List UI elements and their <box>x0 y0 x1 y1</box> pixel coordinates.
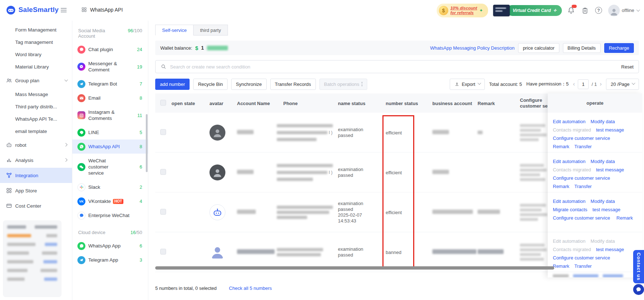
channel-whatsapp-api[interactable]: WhatsApp API 8 <box>72 139 148 154</box>
sidebar-item-robot[interactable]: robot <box>0 137 72 153</box>
recharge-button[interactable]: Recharge <box>604 43 634 53</box>
prev-page-button[interactable]: ‹ <box>573 81 575 87</box>
sidebar-item-third-party-distribution[interactable]: Third party distrib... <box>0 100 72 113</box>
channel-wechat-customer-service[interactable]: WeChat customer service 6 <box>72 154 148 180</box>
user-menu[interactable]: offline <box>608 5 639 16</box>
modify-data-link[interactable]: Modify data <box>590 199 615 204</box>
batch-operations-button[interactable]: Batch operations <box>319 79 367 90</box>
channel-instagram[interactable]: Instagram & Comments 11 <box>72 105 148 125</box>
row-checkbox[interactable] <box>160 249 166 254</box>
contact-chat-button[interactable] <box>633 284 644 295</box>
sidebar-item-app-store[interactable]: App Store <box>0 183 72 198</box>
test-message-link[interactable]: test message <box>592 207 620 212</box>
test-message-link[interactable]: test message <box>596 167 624 172</box>
help-button[interactable]: ? <box>594 6 603 15</box>
collapse-menu-icon[interactable] <box>61 8 67 12</box>
number-status: banned <box>386 249 420 255</box>
channel-enterprise-wechat[interactable]: Enterprise WeChat <box>72 208 148 222</box>
configure-customer-service-link[interactable]: Configure customer service <box>553 255 610 261</box>
logo[interactable]: SaleSmartly <box>6 5 59 15</box>
transfer-link[interactable]: Transfer <box>575 263 592 269</box>
next-page-button[interactable]: › <box>600 81 602 87</box>
modify-data-link[interactable]: Modify data <box>590 119 615 124</box>
contacts-migrated-link[interactable]: Contacts migrated <box>553 247 591 252</box>
sidebar-item-group-plan[interactable]: Group plan <box>0 73 72 88</box>
price-calculator-button[interactable]: price calculator <box>518 43 559 53</box>
test-message-link[interactable]: test message <box>596 127 624 133</box>
column-header-avatar: avatar <box>209 100 223 106</box>
edit-automation-link[interactable]: Edit automation <box>553 159 585 164</box>
sidebar-item-analysis[interactable]: Analysis <box>0 153 72 168</box>
channel-slack[interactable]: Slack 2 <box>72 180 148 194</box>
edit-automation-link[interactable]: Edit automation <box>553 238 585 244</box>
row-checkbox[interactable] <box>160 129 166 135</box>
modify-data-link[interactable]: Modify data <box>590 159 615 164</box>
channel-line[interactable]: LINE 5 <box>72 125 148 139</box>
horizontal-scrollbar[interactable] <box>155 266 554 270</box>
tab-self-service[interactable]: Self-service <box>155 25 194 36</box>
edit-automation-link[interactable]: Edit automation <box>553 119 585 124</box>
sidebar-item-integration[interactable]: Integration <box>0 168 72 183</box>
operate-cell: Edit automationModify data Contacts migr… <box>548 113 642 153</box>
remark-link[interactable]: Remark <box>553 144 569 149</box>
edit-automation-link[interactable]: Edit automation <box>553 199 585 204</box>
contact-us-tab[interactable]: Contact us <box>633 250 644 283</box>
channel-whatsapp-app[interactable]: WhatsApp App 6 <box>72 239 148 253</box>
channel-telegram-app[interactable]: Telegram App 3 <box>72 253 148 267</box>
credit-card-icon <box>493 5 510 16</box>
configure-customer-service-link[interactable]: Configure customer service <box>553 136 610 141</box>
add-number-button[interactable]: add number <box>155 79 190 90</box>
channel-telegram-bot[interactable]: Telegram Bot 7 <box>72 77 148 91</box>
select-all-checkbox[interactable] <box>160 100 166 105</box>
sidebar-item-form-management[interactable]: Form Management <box>0 24 72 36</box>
migrate-contacts-link[interactable]: Migrate contacts <box>553 207 587 212</box>
sidebar-item-email-template[interactable]: email template <box>0 125 72 137</box>
logo-robot-icon <box>6 5 16 15</box>
remark-link[interactable]: Remark <box>553 263 569 269</box>
transfer-link[interactable]: Transfer <box>575 184 592 189</box>
contacts-migrated-link[interactable]: Contacts migrated <box>553 167 591 172</box>
notifications-button[interactable] <box>567 6 576 15</box>
synchronize-button[interactable]: Synchronize <box>231 79 267 90</box>
remark-link[interactable]: Remark <box>617 215 633 221</box>
channel-scrollbar[interactable] <box>146 114 148 172</box>
current-page-input[interactable]: 1 <box>578 79 589 89</box>
referral-promo-banner[interactable]: $ 10% discountfor referrals ✦ <box>437 4 488 17</box>
channel-chat-plugin[interactable]: Chat plugin 24 <box>72 42 148 57</box>
contacts-migrated-link[interactable]: Contacts migrated <box>553 127 591 133</box>
row-checkbox[interactable] <box>160 169 166 175</box>
sidebar-item-word-library[interactable]: Word library <box>0 48 72 61</box>
page-size-select[interactable]: 20 /Page <box>606 79 639 90</box>
sidebar-item-tag-management[interactable]: Tag management <box>0 36 72 48</box>
export-button[interactable]: Export <box>450 79 485 90</box>
channel-email[interactable]: Email 8 <box>72 91 148 105</box>
virtual-credit-card-banner[interactable]: Virtual Credit Card ✧ <box>493 5 562 16</box>
sidebar-item-mass-message[interactable]: Mass Message <box>0 88 72 100</box>
transfer-records-button[interactable]: Transfer Records <box>270 79 316 90</box>
channel-messenger[interactable]: Messenger & Comment 19 <box>72 57 148 77</box>
remark-link[interactable]: Remark <box>553 184 569 189</box>
test-message-link[interactable]: test message <box>596 247 624 252</box>
question-icon: ? <box>595 7 602 14</box>
tab-third-party[interactable]: third party <box>194 25 228 36</box>
modify-data-link[interactable]: Modify data <box>590 238 615 244</box>
policy-link[interactable]: WhatsApp Messaging Policy Description <box>430 45 514 51</box>
recycle-bin-button[interactable]: Recycle Bin <box>193 79 228 90</box>
tasks-button[interactable] <box>581 6 589 15</box>
row-checkbox[interactable] <box>160 209 166 214</box>
sidebar-item-whatsapp-api-template[interactable]: WhatsApp API Te... <box>0 113 72 125</box>
check-all-link[interactable]: Check all 5 numbers <box>229 286 272 291</box>
search-input[interactable] <box>170 64 618 70</box>
card-sparkle-icon: ✧ <box>553 8 556 13</box>
channel-vkontakte[interactable]: VK VKontakte HOT 4 <box>72 194 148 208</box>
sidebar: Form Management Tag management Word libr… <box>0 21 72 300</box>
reset-button[interactable]: Reset <box>621 64 634 70</box>
sidebar-item-label: email template <box>15 129 47 134</box>
sidebar-item-material-library[interactable]: Material Library <box>0 61 72 73</box>
configure-customer-service-link[interactable]: Configure customer service <box>553 215 610 221</box>
configure-customer-service-link[interactable]: Configure customer service <box>553 175 610 181</box>
billing-details-button[interactable]: Billing Details <box>563 43 601 53</box>
group-icon <box>6 77 12 84</box>
transfer-link[interactable]: Transfer <box>575 144 592 149</box>
sidebar-item-cost-center[interactable]: Cost Center <box>0 198 72 213</box>
